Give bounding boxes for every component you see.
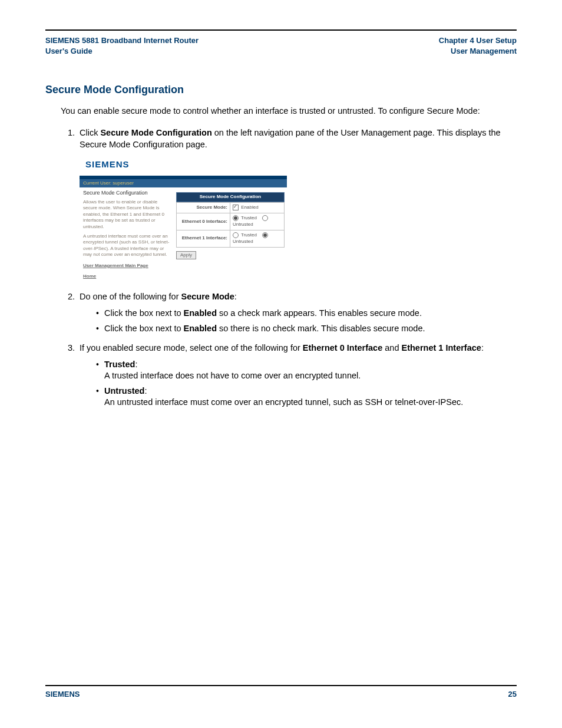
step1-pre: Click	[80, 128, 100, 137]
config-table: Secure Mode: Enabled Ethernet 0 Interfac…	[176, 202, 285, 247]
step2-b2-pre: Click the box next to	[104, 324, 184, 333]
section-heading: Secure Mode Configuration	[45, 83, 517, 97]
trusted-desc: A trusted interface does not have to com…	[104, 370, 517, 382]
eth1-untrusted-label: Untrusted	[233, 239, 253, 244]
step3-bullet-trusted: Trusted: A trusted interface does not ha…	[96, 359, 517, 382]
untrusted-term: Untrusted	[104, 386, 144, 396]
step2-b1-bold: Enabled	[184, 308, 217, 318]
eth1-label: Ethernet 1 Interface:	[177, 230, 230, 247]
panel-title: Secure Mode Configuration	[176, 192, 285, 202]
screenshot-brand: SIEMENS	[80, 154, 287, 175]
embedded-screenshot: SIEMENS Current User: superuser Secure M…	[80, 154, 287, 282]
step2-bullet-2: Click the box next to Enabled so there i…	[96, 323, 517, 335]
secure-mode-label: Secure Mode:	[177, 203, 230, 213]
page: SIEMENS 5881 Broadband Internet Router U…	[0, 0, 562, 728]
sidebar-title: Secure Mode Configuration	[83, 190, 173, 197]
eth0-label: Ethernet 0 Interface:	[177, 213, 230, 230]
screenshot-userbar: Current User: superuser	[80, 179, 287, 188]
screenshot-sidebar: Secure Mode Configuration Allows the use…	[80, 187, 176, 282]
step2-post: :	[234, 292, 237, 301]
step-1: Click Secure Mode Configuration on the l…	[77, 127, 517, 282]
content: Secure Mode Configuration You can enable…	[45, 83, 517, 409]
eth1-untrusted-radio[interactable]	[262, 232, 268, 238]
header-left: SIEMENS 5881 Broadband Internet Router U…	[45, 35, 199, 57]
eth0-untrusted-radio[interactable]	[262, 215, 268, 221]
step-2: Do one of the following for Secure Mode:…	[77, 291, 517, 334]
page-header: SIEMENS 5881 Broadband Internet Router U…	[45, 35, 517, 57]
step3-post: :	[481, 343, 484, 353]
step-3: If you enabled secure mode, select one o…	[77, 342, 517, 409]
eth0-trusted-radio[interactable]	[233, 215, 239, 221]
step2-bullet-1: Click the box next to Enabled so a check…	[96, 308, 517, 319]
intro-text: You can enable secure mode to control wh…	[61, 106, 517, 117]
header-right: Chapter 4 User Setup User Management	[439, 35, 517, 57]
chapter-label: Chapter 4 User Setup	[439, 35, 517, 46]
footer-rule	[45, 685, 517, 686]
screenshot-main: Secure Mode Configuration Secure Mode: E…	[176, 187, 287, 282]
page-footer: SIEMENS 25	[45, 685, 517, 699]
step2-b2-bold: Enabled	[184, 324, 217, 333]
page-number: 25	[508, 690, 517, 699]
doc-subtitle: User's Guide	[45, 46, 199, 57]
eth1-trusted-radio[interactable]	[233, 232, 239, 238]
step2-b1-pre: Click the box next to	[104, 308, 184, 318]
eth0-untrusted-label: Untrusted	[233, 222, 253, 227]
step2-bold: Secure Mode	[181, 292, 234, 301]
link-user-mgmt-main[interactable]: User Management Main Page	[83, 263, 173, 269]
step3-pre: If you enabled secure mode, select one o…	[80, 343, 303, 353]
section-label: User Management	[439, 46, 517, 57]
sidebar-para-2: A untrusted interface must come over an …	[83, 233, 173, 258]
row-eth0: Ethernet 0 Interface: Trusted Untrusted	[177, 213, 285, 230]
step3-mid: and	[382, 343, 401, 353]
step3-bold1: Ethernet 0 Interface	[303, 343, 382, 353]
current-user-label: Current User: superuser	[83, 180, 134, 186]
step3-bold2: Ethernet 1 Interface	[401, 343, 481, 353]
header-rule	[45, 29, 517, 31]
eth1-trusted-label: Trusted	[241, 232, 257, 238]
sidebar-para-1: Allows the user to enable or disable sec…	[83, 199, 173, 230]
row-eth1: Ethernet 1 Interface: Trusted Untrusted	[177, 230, 285, 247]
steps-list: Click Secure Mode Configuration on the l…	[61, 127, 517, 409]
step3-bullet-untrusted: Untrusted: An untrusted interface must c…	[96, 386, 517, 409]
trusted-term: Trusted	[104, 360, 135, 369]
eth0-trusted-label: Trusted	[241, 215, 257, 220]
apply-button[interactable]: Apply	[176, 251, 196, 260]
step2-pre: Do one of the following for	[80, 292, 181, 301]
step2-b1-post: so a check mark appears. This enables se…	[217, 308, 422, 318]
step1-bold: Secure Mode Configuration	[100, 128, 211, 137]
enabled-label: Enabled	[241, 205, 258, 210]
link-home[interactable]: Home	[83, 274, 173, 279]
untrusted-desc: An untrusted interface must come over an…	[104, 397, 517, 409]
row-secure-mode: Secure Mode: Enabled	[177, 203, 285, 213]
enabled-checkbox[interactable]	[233, 205, 239, 210]
footer-brand: SIEMENS	[45, 690, 80, 699]
step2-b2-post: so there is no check mark. This disables…	[217, 324, 425, 333]
doc-title: SIEMENS 5881 Broadband Internet Router	[45, 35, 199, 46]
